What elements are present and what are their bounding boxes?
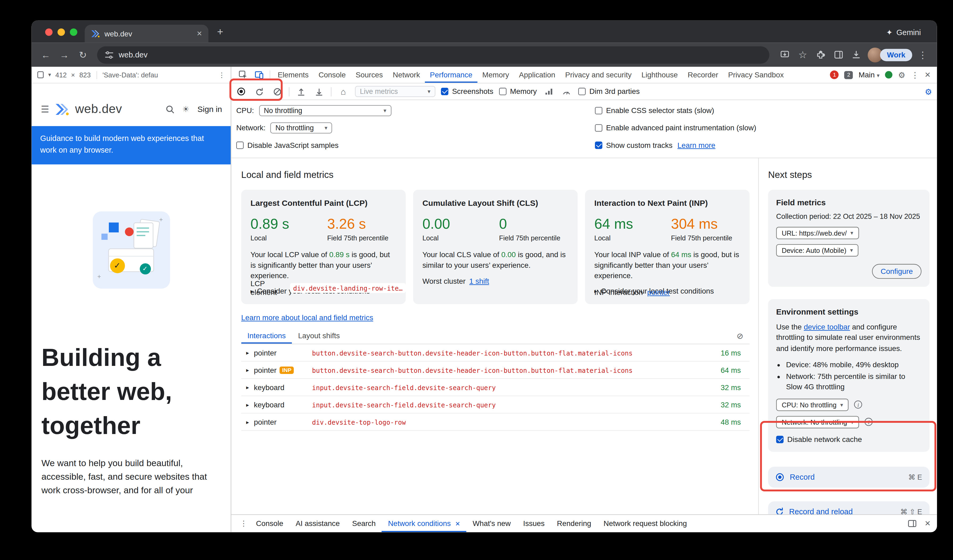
tab-layout-shifts[interactable]: Layout shifts (292, 328, 346, 343)
checkbox-unchecked-icon[interactable] (578, 88, 586, 95)
tab-memory[interactable]: Memory (477, 67, 514, 83)
paint-instrumentation-checkbox[interactable]: Enable advanced paint instrumentation (s… (595, 124, 756, 132)
field-device-select[interactable]: Device: Auto (Mobile)▾ (776, 244, 858, 256)
tab-console[interactable]: Console (314, 67, 351, 83)
browser-menu-icon[interactable]: ⋮ (915, 49, 931, 60)
profile-label[interactable]: Work (880, 48, 912, 60)
address-bar[interactable]: web.dev (97, 46, 769, 63)
bookmark-star-icon[interactable]: ☆ (798, 49, 807, 60)
expander-arrow-icon[interactable]: ▸ (246, 384, 249, 390)
site-settings-icon[interactable] (105, 51, 113, 59)
interaction-row[interactable]: ▸ keyboard input.devsite-search-field.de… (241, 396, 750, 413)
checkbox-unchecked-icon[interactable] (499, 88, 506, 95)
hamburger-menu-icon[interactable]: ☰ (41, 104, 49, 114)
checkbox-checked-icon[interactable] (441, 88, 448, 95)
dim-3rd-parties-checkbox[interactable]: Dim 3rd parties (578, 87, 640, 96)
close-drawer-icon[interactable]: ✕ (925, 519, 931, 528)
expander-arrow-icon[interactable]: ▸ (246, 350, 249, 356)
drawer-tab-search[interactable]: Search (346, 515, 382, 532)
webdev-logo-text[interactable]: web.dev (75, 102, 122, 116)
maximize-window-button[interactable] (70, 28, 78, 36)
device-toolbar-link[interactable]: device toolbar (804, 323, 850, 331)
css-selector-stats-checkbox[interactable]: Enable CSS selector stats (slow) (595, 106, 714, 115)
memory-checkbox[interactable]: Memory (499, 87, 537, 96)
expander-arrow-icon[interactable]: ▸ (246, 367, 249, 373)
error-count-badge[interactable]: 1 (830, 70, 839, 79)
checkbox-unchecked-icon[interactable] (595, 107, 602, 114)
network-info-icon[interactable] (865, 418, 873, 426)
drawer-tab-whats-new[interactable]: What's new (466, 515, 517, 532)
learn-more-metrics-link[interactable]: Learn more about local and field metrics (241, 314, 373, 322)
record-and-reload-icon[interactable] (253, 88, 265, 96)
devtools-menu-icon[interactable]: ⋮ (911, 70, 919, 79)
cpu-throttle-icon[interactable] (560, 88, 573, 95)
inp-interaction-link[interactable]: pointer (647, 288, 670, 297)
inspect-element-icon[interactable] (235, 67, 251, 83)
tab-elements[interactable]: Elements (273, 67, 314, 83)
device-height-value[interactable]: 823 (79, 71, 91, 79)
expander-arrow-icon[interactable]: ▸ (246, 419, 249, 425)
new-tab-button[interactable]: + (217, 26, 223, 38)
tab-privacy-security[interactable]: Privacy and security (560, 67, 637, 83)
tab-application[interactable]: Application (514, 67, 560, 83)
home-icon[interactable]: ⌂ (337, 87, 349, 96)
minimize-window-button[interactable] (57, 28, 65, 36)
tab-interactions[interactable]: Interactions (241, 328, 292, 343)
checkbox-checked-icon[interactable] (776, 436, 784, 443)
save-data-dropdown[interactable]: 'Save-Data': defau (102, 71, 158, 79)
reload-button[interactable]: ↻ (75, 49, 91, 60)
drawer-tab-console[interactable]: Console (250, 515, 289, 532)
tab-lighthouse[interactable]: Lighthouse (636, 67, 683, 83)
drawer-tab-network-request-blocking[interactable]: Network request blocking (597, 515, 693, 532)
interaction-row[interactable]: ▸ pointer div.devsite-top-logo-row 48 ms (241, 413, 750, 431)
save-profile-icon[interactable] (313, 88, 325, 96)
tab-sources[interactable]: Sources (351, 67, 388, 83)
side-panel-icon[interactable] (834, 51, 843, 59)
drawer-tab-issues[interactable]: Issues (517, 515, 551, 532)
announcement-banner[interactable]: Guidance to build modern web experiences… (32, 126, 231, 164)
search-icon[interactable] (166, 105, 174, 113)
back-button[interactable]: ← (38, 50, 54, 60)
drawer-menu-icon[interactable]: ⋮ (237, 515, 250, 532)
interaction-row[interactable]: ▸ pointerINP button.devsite-search-butto… (241, 362, 750, 379)
devtools-settings-icon[interactable]: ⚙ (898, 70, 905, 79)
device-toolbar-toggle-icon[interactable] (251, 67, 267, 83)
gemini-button[interactable]: ✦ Gemini (886, 28, 921, 37)
checkbox-unchecked-icon[interactable] (595, 124, 602, 131)
issues-count-badge[interactable]: 2 (844, 71, 853, 79)
record-and-reload-button[interactable]: Record and reload ⌘ ⇧ E (768, 501, 930, 514)
close-window-button[interactable] (45, 28, 53, 36)
device-width-value[interactable]: 412 (55, 71, 67, 79)
browser-tab[interactable]: web.dev ✕ (85, 25, 208, 43)
extensions-icon[interactable] (816, 50, 825, 59)
cpu-info-icon[interactable] (854, 401, 862, 409)
webdev-logo-icon[interactable] (55, 103, 70, 115)
downloads-icon[interactable] (852, 51, 860, 59)
dock-side-icon[interactable] (908, 520, 917, 527)
screenshots-checkbox[interactable]: Screenshots (441, 87, 493, 96)
record-button[interactable]: Record ⌘ E (768, 466, 930, 487)
disable-network-cache-checkbox[interactable]: Disable network cache (776, 435, 921, 444)
devtools-close-icon[interactable]: ✕ (925, 70, 931, 79)
custom-tracks-learn-more-link[interactable]: Learn more (677, 141, 716, 149)
tab-privacy-sandbox[interactable]: Privacy Sandbox (723, 67, 789, 83)
drawer-tab-rendering[interactable]: Rendering (551, 515, 597, 532)
interaction-row[interactable]: ▸ keyboard input.devsite-search-field.de… (241, 379, 750, 396)
device-toolbar-menu-icon[interactable]: ⋮ (219, 71, 225, 79)
forward-button[interactable]: → (56, 50, 72, 60)
tab-network[interactable]: Network (388, 67, 425, 83)
theme-toggle-icon[interactable]: ☀ (182, 105, 189, 114)
disable-js-samples-checkbox[interactable]: Disable JavaScript samples (236, 141, 338, 149)
interaction-row[interactable]: ▸ pointer button.devsite-search-button.d… (241, 344, 750, 362)
record-icon[interactable] (235, 87, 247, 96)
checkbox-checked-icon[interactable] (595, 141, 602, 149)
env-network-select[interactable]: Network: No throttling▾ (776, 416, 859, 428)
tab-close-icon[interactable]: ✕ (197, 30, 202, 38)
tab-performance[interactable]: Performance (425, 67, 477, 83)
worst-cluster-link[interactable]: 1 shift (469, 277, 489, 285)
tab-recorder[interactable]: Recorder (683, 67, 723, 83)
lcp-element-link[interactable]: div.devsite-landing-row-ite… (290, 283, 406, 293)
sign-in-link[interactable]: Sign in (197, 105, 222, 114)
network-throttle-icon[interactable] (542, 88, 555, 95)
show-custom-tracks-checkbox[interactable]: Show custom tracks (595, 141, 672, 149)
